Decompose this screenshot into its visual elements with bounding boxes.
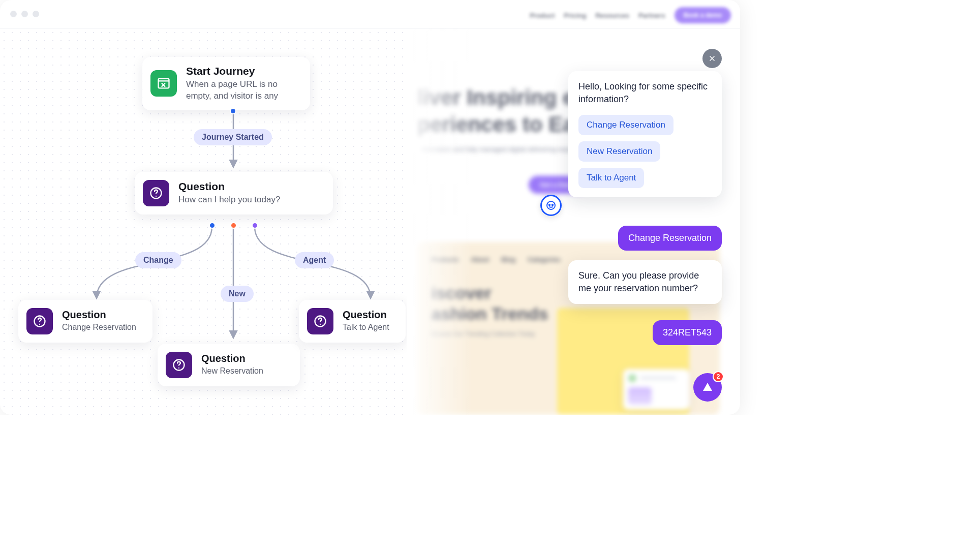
- pill-agent: Agent: [295, 252, 334, 268]
- chat-greeting-text: Hello, Looking for some specific informa…: [578, 80, 712, 106]
- window-dot-max[interactable]: [33, 11, 39, 17]
- chat-followup-card: Sure. Can you please provide me your res…: [568, 260, 722, 304]
- nav-resources: Resources: [595, 12, 629, 19]
- svg-point-10: [320, 324, 321, 325]
- chat-user-selection: Change Reservation: [618, 226, 722, 251]
- node-agent-sub: Talk to Agent: [343, 322, 389, 333]
- bg-fnav-b: About: [471, 256, 489, 263]
- node-q-subtitle: How can I help you today?: [178, 194, 280, 205]
- pill-change: Change: [135, 252, 181, 268]
- nav-partners: Partners: [638, 12, 665, 19]
- chat-followup-text: Sure. Can you please provide me your res…: [578, 269, 712, 295]
- port-q-left[interactable]: [209, 222, 216, 229]
- node-branch-new[interactable]: Question New Reservation: [158, 344, 300, 386]
- pill-journey-started: Journey Started: [194, 129, 272, 145]
- chat-option-change[interactable]: Change Reservation: [578, 115, 673, 135]
- port-q-right[interactable]: [252, 222, 258, 229]
- window-titlebar: Product Pricing Resources Partners Book …: [0, 0, 740, 28]
- question-icon: [143, 180, 169, 206]
- bg-fnav-a: Products: [431, 256, 458, 263]
- svg-point-11: [547, 201, 555, 209]
- question-icon: [166, 352, 192, 378]
- svg-rect-2: [159, 79, 169, 88]
- chat-close-button[interactable]: [702, 49, 722, 68]
- node-start-title: Start Journey: [186, 65, 299, 77]
- start-icon: [150, 70, 177, 97]
- window-controls: [10, 11, 39, 17]
- svg-point-13: [552, 204, 553, 205]
- node-new-sub: New Reservation: [201, 365, 263, 377]
- bg-fnav-c: Blog: [501, 256, 515, 263]
- bot-avatar: [540, 195, 562, 216]
- chat-launcher-button[interactable]: 2: [693, 373, 722, 402]
- bg-mini-card: [623, 369, 689, 410]
- bg-fh2: ashion Trends: [431, 304, 548, 323]
- chat-user-code: 324RET543: [653, 320, 722, 345]
- node-question-main[interactable]: Question How can I help you today?: [135, 172, 333, 215]
- question-icon: [26, 308, 53, 334]
- window-dot-close[interactable]: [10, 11, 17, 17]
- window-dot-min[interactable]: [21, 11, 28, 17]
- port-start-out[interactable]: [230, 108, 236, 114]
- svg-point-4: [156, 196, 157, 197]
- nav-product: Product: [530, 12, 555, 19]
- svg-point-12: [549, 204, 550, 205]
- chat-option-agent[interactable]: Talk to Agent: [578, 168, 644, 188]
- chat-badge: 2: [713, 371, 724, 382]
- bg-fnav-d: Categories: [528, 256, 561, 263]
- node-q-title: Question: [178, 180, 280, 193]
- node-start-journey[interactable]: Start Journey When a page URL is no empt…: [142, 57, 310, 110]
- bg-top-nav: Product Pricing Resources Partners Book …: [530, 7, 731, 23]
- node-change-title: Question: [62, 309, 136, 321]
- port-q-center[interactable]: [230, 222, 237, 229]
- node-new-title: Question: [201, 353, 263, 364]
- node-start-subtitle: When a page URL is no empty, and visitor…: [186, 78, 299, 102]
- pill-new: New: [221, 286, 254, 302]
- flow-canvas[interactable]: Start Journey When a page URL is no empt…: [0, 28, 407, 415]
- bg-hero-line1: liver Inspiring eC: [417, 85, 590, 109]
- bg-fh1: iscover: [431, 283, 492, 302]
- app-window: Product Pricing Resources Partners Book …: [0, 0, 740, 415]
- node-branch-agent[interactable]: Question Talk to Agent: [299, 300, 406, 343]
- chat-option-new[interactable]: New Reservation: [578, 141, 660, 162]
- question-icon: [307, 308, 333, 334]
- svg-point-6: [39, 324, 40, 325]
- node-branch-change[interactable]: Question Change Reservation: [18, 300, 152, 343]
- nav-cta: Book a demo: [675, 7, 731, 23]
- node-change-sub: Change Reservation: [62, 322, 136, 333]
- svg-point-8: [178, 368, 179, 369]
- nav-pricing: Pricing: [564, 12, 586, 19]
- chat-greeting-card: Hello, Looking for some specific informa…: [568, 71, 722, 197]
- node-agent-title: Question: [343, 309, 389, 321]
